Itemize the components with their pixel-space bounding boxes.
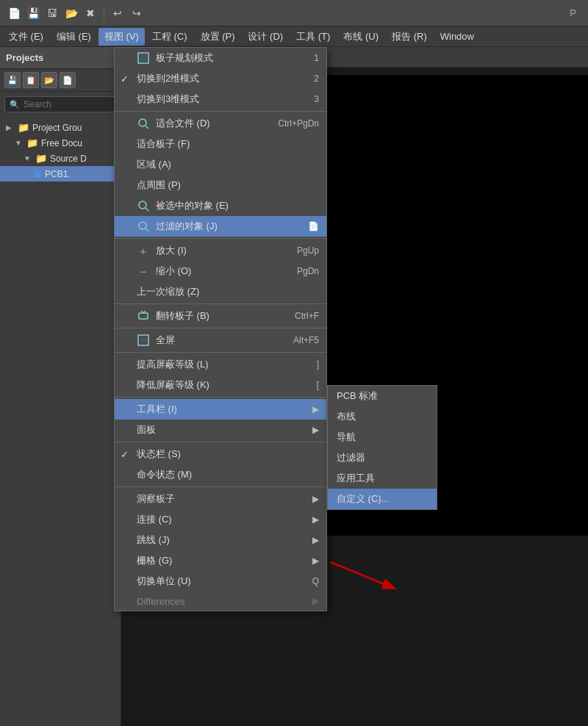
search-icon: 🔍 (10, 100, 20, 109)
menu-prev-zoom[interactable]: 上一次缩放 (Z) (115, 281, 326, 302)
redo-icon[interactable]: ↪ (129, 5, 145, 21)
menu-increase-shield[interactable]: 提高屏蔽等级 (L) ] (115, 354, 326, 375)
menu-increase-shield-label: 提高屏蔽等级 (L) (137, 358, 296, 371)
board-plan-icon (137, 51, 150, 65)
open-icon[interactable]: 📂 (63, 5, 79, 21)
menu-statusbar-label: 状态栏 (S) (137, 448, 319, 461)
menu-zoom-in-label: 放大 (I) (156, 244, 276, 257)
submenu-navigation[interactable]: 导航 (328, 427, 437, 448)
tree-item-pcb1[interactable]: 🖥 PCB1. (0, 166, 121, 182)
flip-board-icon (137, 309, 150, 323)
menu-grid-label: 栅格 (G) (137, 554, 306, 567)
menu-zoom-in[interactable]: + 放大 (I) PgUp (115, 240, 326, 261)
menu-jumper-label: 跳线 (J) (137, 533, 306, 547)
svg-line-3 (146, 126, 148, 129)
save-all-icon[interactable]: 🖫 (44, 5, 60, 21)
menu-2d-mode[interactable]: ✓ 切换到2维模式 2 (115, 68, 326, 89)
menu-project[interactable]: 工程 (C) (146, 28, 193, 46)
search-input[interactable] (24, 99, 111, 109)
menu-fit-file[interactable]: 适合文件 (D) Ctrl+PgDn (115, 113, 326, 134)
menu-jumper[interactable]: 跳线 (J) ▶ (115, 530, 326, 550)
menu-place[interactable]: 放置 (P) (195, 28, 241, 46)
menu-toggle-units[interactable]: 切换单位 (U) Q (115, 571, 326, 592)
new-icon[interactable]: 📄 (6, 5, 22, 21)
submenu-routing[interactable]: 布线 (328, 406, 437, 427)
menu-region[interactable]: 区域 (A) (115, 154, 326, 175)
tree-folder-icon-2: 📁 (26, 137, 38, 148)
submenu-pcb-standard[interactable]: PCB 标准 (328, 386, 437, 406)
svg-rect-10 (140, 337, 146, 343)
selected-objects-icon (137, 199, 150, 212)
filtered-objects-icon (137, 220, 150, 233)
sep4 (115, 328, 326, 328)
menu-decrease-shield[interactable]: 降低屏蔽等级 (K) [ (115, 375, 326, 395)
menu-3d-mode[interactable]: 切换到3维模式 3 (115, 89, 326, 109)
menu-inspect-board[interactable]: 洞察板子 ▶ (115, 489, 326, 509)
menu-selected-label: 被选中的对象 (E) (156, 199, 319, 212)
panel-save-icon[interactable]: 💾 (4, 72, 21, 88)
menu-status-check: ✓ (121, 449, 129, 460)
tree-folder-icon-3: 📁 (35, 153, 47, 164)
menu-filtered-objects[interactable]: 过滤的对象 (J) 📄 (115, 216, 326, 237)
submenu-filter[interactable]: 过滤器 (328, 448, 437, 468)
menu-statusbar[interactable]: ✓ 状态栏 (S) (115, 444, 326, 464)
sep1 (115, 111, 326, 112)
panel-folder-icon[interactable]: 📂 (41, 72, 57, 88)
tree-item-free-doc[interactable]: ▼ 📁 Free Docu (0, 135, 121, 151)
tree-item-project-group[interactable]: ▶ 📁 Project Grou (0, 120, 121, 135)
menu-differences[interactable]: Differences ▶ (115, 592, 326, 611)
menu-view[interactable]: 视图 (V) (98, 28, 145, 46)
menu-zoom-out[interactable]: − 缩小 (O) PgDn (115, 261, 326, 281)
menu-board-plan[interactable]: 板子规划模式 1 (115, 48, 326, 68)
close-icon[interactable]: ✖ (82, 5, 98, 21)
panel-copy-icon[interactable]: 📋 (23, 72, 39, 88)
menu-toolbar-arrow: ▶ (312, 404, 319, 414)
menu-design[interactable]: 设计 (D) (242, 28, 289, 46)
menubar: 文件 (E) 编辑 (E) 视图 (V) 工程 (C) 放置 (P) 设计 (D… (0, 26, 588, 47)
menu-fullscreen[interactable]: 全屏 Alt+F5 (115, 330, 326, 351)
menu-fit-file-label: 适合文件 (D) (156, 117, 257, 130)
menu-board-plan-shortcut: 1 (299, 53, 319, 63)
search-box: 🔍 (4, 96, 116, 112)
menu-board-plan-label: 板子规划模式 (156, 51, 293, 65)
menu-command-status[interactable]: 命令状态 (M) (115, 464, 326, 485)
submenu-customize[interactable]: 自定义 (C)... (328, 489, 437, 509)
menu-filtered-label: 过滤的对象 (J) (156, 220, 302, 233)
menu-panel[interactable]: 面板 ▶ (115, 420, 326, 440)
svg-rect-8 (139, 313, 148, 319)
menu-file[interactable]: 文件 (E) (3, 28, 49, 46)
menu-connect-arrow: ▶ (312, 514, 319, 525)
panel-tools: 💾 📋 📂 📄 (0, 69, 121, 92)
menu-2d-check: ✓ (121, 73, 129, 85)
menu-grid[interactable]: 栅格 (G) ▶ (115, 550, 326, 571)
menu-fit-file-shortcut: Ctrl+PgDn (263, 118, 319, 129)
menu-panel-arrow: ▶ (312, 425, 319, 435)
panel-file-icon[interactable]: 📄 (60, 72, 76, 88)
menu-route[interactable]: 布线 (U) (337, 28, 384, 46)
tree-pcb-icon: 🖥 (32, 168, 42, 179)
save-icon[interactable]: 💾 (25, 5, 41, 21)
toolbar-separator-1 (104, 7, 104, 20)
menu-edit[interactable]: 编辑 (E) (51, 28, 97, 46)
panel-header: Projects (0, 47, 121, 69)
submenu-app-tools[interactable]: 应用工具 (328, 468, 437, 489)
menu-toggle-units-label: 切换单位 (U) (137, 575, 292, 588)
panel-title: Projects (6, 52, 43, 63)
menu-fit-board[interactable]: 适合板子 (F) (115, 134, 326, 154)
menu-tools[interactable]: 工具 (T) (290, 28, 336, 46)
menu-window[interactable]: Window (434, 29, 480, 44)
svg-point-2 (139, 119, 146, 126)
menu-differences-arrow: ▶ (312, 596, 319, 606)
menu-point-around[interactable]: 点周围 (P) (115, 175, 326, 195)
undo-icon[interactable]: ↩ (110, 5, 126, 21)
menu-flip-board[interactable]: 翻转板子 (B) Ctrl+F (115, 306, 326, 326)
menu-flip-shortcut: Ctrl+F (280, 311, 319, 321)
menu-flip-label: 翻转板子 (B) (156, 309, 274, 323)
menu-toolbar[interactable]: 工具栏 (I) ▶ (115, 399, 326, 420)
menu-connect[interactable]: 连接 (C) ▶ (115, 509, 326, 530)
menu-report[interactable]: 报告 (R) (386, 28, 433, 46)
tree-item-source[interactable]: ▼ 📁 Source D (0, 151, 121, 166)
menu-fullscreen-label: 全屏 (156, 334, 273, 347)
tree-label-2: Free Docu (41, 138, 82, 148)
menu-selected-objects[interactable]: 被选中的对象 (E) (115, 195, 326, 216)
